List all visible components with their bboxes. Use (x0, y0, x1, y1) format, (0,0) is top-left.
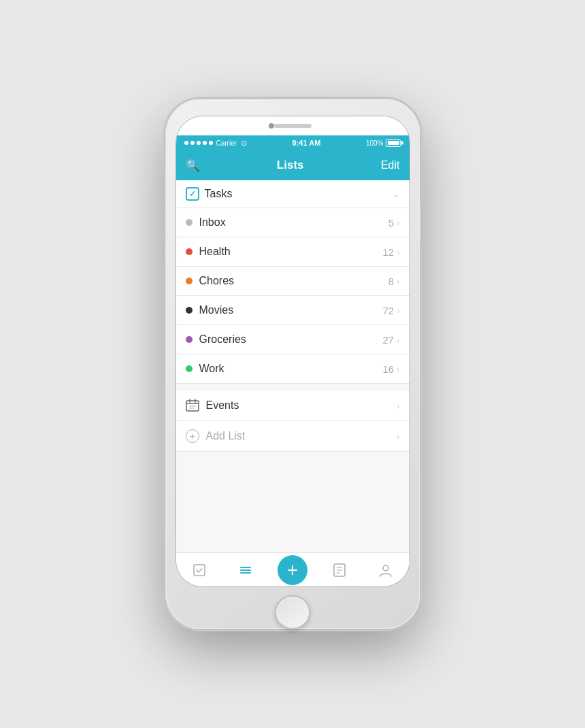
work-count: 16 (382, 363, 394, 375)
nav-title: Lists (277, 159, 304, 172)
chores-count: 8 (388, 276, 394, 287)
nav-bar: 🔍 Lists Edit (176, 150, 410, 180)
health-dot (186, 248, 193, 255)
tasks-header-left: Tasks (186, 187, 233, 201)
tab-lists-icon (238, 563, 253, 578)
signal-dot-3 (197, 141, 201, 145)
search-icon[interactable]: 🔍 (186, 159, 200, 173)
tab-notes-icon (332, 563, 347, 578)
tab-profile-icon (378, 563, 393, 578)
work-label: Work (199, 363, 224, 375)
tab-tasks[interactable] (176, 553, 223, 586)
tasks-checkbox-icon (186, 187, 199, 201)
movies-label: Movies (199, 304, 234, 316)
chores-chevron-right-icon: › (397, 276, 399, 286)
battery-fill (388, 141, 399, 145)
work-item-left: Work (186, 363, 224, 375)
tasks-section-title: Tasks (205, 188, 233, 200)
tab-tasks-icon (192, 563, 207, 578)
groceries-label: Groceries (199, 333, 246, 346)
signal-dot-1 (184, 141, 188, 145)
inbox-item-left: Inbox (186, 216, 226, 229)
events-left: Events (186, 399, 239, 412)
inbox-count: 5 (388, 217, 394, 229)
tasks-chevron-down-icon: ⌄ (392, 188, 400, 199)
chores-item-left: Chores (186, 275, 235, 287)
health-right: 12 › (382, 246, 399, 258)
signal-dot-4 (203, 141, 207, 145)
status-time: 9:41 AM (292, 139, 321, 147)
movies-chevron-right-icon: › (397, 305, 399, 316)
svg-point-14 (383, 565, 388, 571)
home-button[interactable] (275, 595, 310, 629)
add-list-right: › (397, 431, 399, 442)
movies-count: 72 (382, 305, 394, 316)
svg-rect-6 (194, 565, 205, 576)
groceries-dot (186, 336, 193, 343)
health-count: 12 (382, 246, 394, 258)
chores-dot (186, 278, 193, 284)
add-list-left: + Add List (186, 429, 246, 443)
inbox-dot (186, 219, 193, 226)
movies-dot (186, 307, 193, 314)
list-item[interactable]: Inbox 5 › (176, 208, 410, 237)
list-item[interactable]: Groceries 27 › (176, 325, 410, 354)
wifi-icon: ⊙ (241, 139, 247, 148)
list-item[interactable]: Chores 8 › (176, 267, 410, 296)
phone-top (176, 116, 410, 135)
status-left: Carrier ⊙ (184, 139, 248, 148)
edit-button[interactable]: Edit (381, 159, 400, 171)
inbox-chevron-right-icon: › (397, 218, 399, 228)
tab-notes[interactable] (316, 553, 363, 586)
speaker (274, 124, 312, 128)
signal-dot-2 (190, 141, 195, 145)
movies-item-left: Movies (186, 304, 234, 316)
signal-dot-5 (209, 141, 213, 145)
groceries-item-left: Groceries (186, 333, 246, 346)
carrier-text: Carrier (216, 139, 237, 147)
health-item-left: Health (186, 246, 231, 258)
add-circle-icon: + (186, 429, 199, 443)
tasks-section-header[interactable]: Tasks ⌄ (176, 180, 410, 208)
add-list-label: Add List (206, 430, 246, 442)
events-right: › (397, 401, 399, 411)
chores-label: Chores (199, 275, 235, 287)
tab-bar: + (176, 552, 410, 586)
events-label: Events (206, 399, 239, 412)
add-button[interactable]: + (278, 555, 307, 585)
phone-frame: Carrier ⊙ 9:41 AM 100% 🔍 Lists Edit (165, 99, 420, 629)
movies-right: 72 › (382, 305, 399, 316)
battery-icon (386, 139, 401, 147)
inbox-right: 5 › (388, 217, 400, 229)
camera (269, 123, 274, 129)
tab-add[interactable]: + (269, 553, 316, 586)
inbox-label: Inbox (199, 216, 226, 229)
calendar-icon (186, 399, 199, 412)
status-bar: Carrier ⊙ 9:41 AM 100% (176, 135, 410, 150)
health-label: Health (199, 246, 231, 258)
add-list-item[interactable]: + Add List › (176, 421, 410, 452)
work-dot (186, 365, 193, 372)
tab-profile[interactable] (363, 553, 410, 586)
list-item[interactable]: Work 16 › (176, 354, 410, 384)
status-right: 100% (366, 139, 401, 147)
groceries-right: 27 › (382, 334, 399, 346)
events-chevron-right-icon: › (397, 401, 399, 411)
work-right: 16 › (382, 363, 399, 375)
events-item[interactable]: Events › (176, 391, 410, 421)
phone-screen: Carrier ⊙ 9:41 AM 100% 🔍 Lists Edit (176, 116, 410, 587)
battery-text: 100% (366, 139, 384, 147)
work-chevron-right-icon: › (397, 364, 399, 374)
health-chevron-right-icon: › (397, 247, 399, 257)
groceries-chevron-right-icon: › (397, 335, 399, 345)
list-item[interactable]: Movies 72 › (176, 296, 410, 325)
content-area: Tasks ⌄ Inbox 5 › Health (176, 180, 410, 552)
tab-lists[interactable] (222, 553, 269, 586)
add-list-chevron-right-icon: › (397, 431, 399, 442)
chores-right: 8 › (388, 276, 400, 287)
list-item[interactable]: Health 12 › (176, 237, 410, 267)
groceries-count: 27 (382, 334, 394, 346)
